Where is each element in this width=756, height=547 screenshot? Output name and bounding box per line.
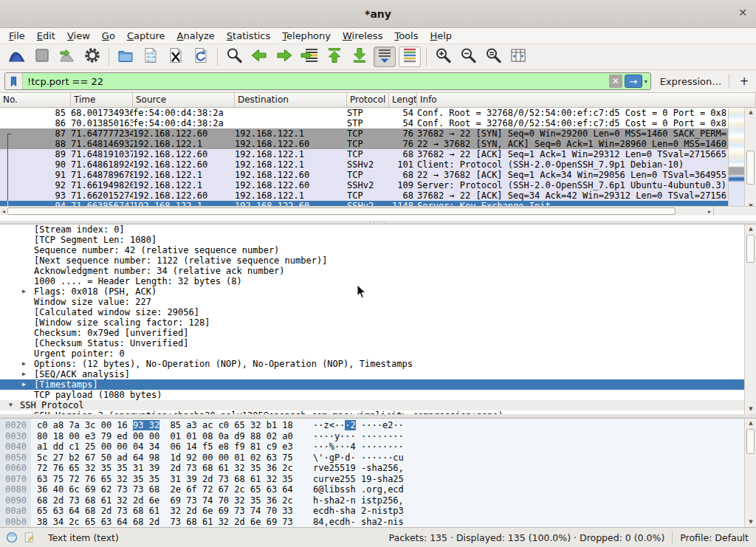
scroll-up-icon[interactable]: ▲ bbox=[745, 419, 756, 428]
scroll-left-icon[interactable]: ◂ bbox=[0, 207, 7, 216]
filter-clear-icon[interactable]: ✕ bbox=[609, 75, 622, 88]
hex-row-0090[interactable]: 009068 2d 73 68 61 32 2d 6e 69 73 74 70 … bbox=[0, 495, 756, 506]
hex-row-0040[interactable]: 0040a1 dd c1 25 00 00 04 34 06 14 f5 e8 … bbox=[0, 441, 756, 453]
detail-line[interactable]: 1000 .... = Header Length: 32 bytes (8) bbox=[0, 276, 744, 286]
hex-row-0070[interactable]: 007063 75 72 76 65 32 35 35 31 39 2d 73 … bbox=[0, 474, 756, 485]
packet-row-93[interactable]: 9371.662015274192.168.122.60192.168.122.… bbox=[0, 190, 728, 201]
detail-line[interactable]: [TCP Segment Len: 1080] bbox=[0, 235, 744, 245]
go-to-packet-button[interactable] bbox=[298, 47, 320, 67]
column-header-time[interactable]: Time bbox=[71, 93, 133, 108]
intelligent-scrollbar-minimap[interactable] bbox=[728, 108, 744, 211]
add-filter-button[interactable]: + bbox=[737, 75, 752, 88]
collapsed-arrow-icon[interactable]: ▶ bbox=[22, 359, 26, 369]
packet-row-91[interactable]: 9171.648789678192.168.122.1192.168.122.6… bbox=[0, 170, 728, 180]
menu-item-go[interactable]: Go bbox=[96, 29, 121, 43]
filter-history-caret-icon[interactable]: ▾ bbox=[645, 78, 647, 85]
detail-line[interactable]: Acknowledgment number: 34 (relative ack … bbox=[0, 266, 744, 276]
scroll-down-icon[interactable]: ▼ bbox=[745, 405, 756, 414]
zoom-out-button[interactable] bbox=[457, 47, 479, 67]
packet-row-92[interactable]: 9271.661949820192.168.122.1192.168.122.6… bbox=[0, 180, 728, 190]
capture-comment-icon[interactable] bbox=[24, 531, 35, 543]
scroll-up-icon[interactable]: ▲ bbox=[745, 224, 756, 234]
detail-line[interactable]: Checksum: 0x79ed [unverified] bbox=[0, 328, 744, 338]
find-packet-button[interactable] bbox=[223, 47, 245, 67]
filter-bookmark-button[interactable] bbox=[5, 73, 23, 89]
start-capture-button[interactable] bbox=[6, 47, 28, 67]
colorize-button[interactable] bbox=[399, 47, 421, 67]
collapsed-arrow-icon[interactable]: ▶ bbox=[22, 286, 26, 297]
detail-line[interactable]: [Stream index: 0] bbox=[0, 224, 744, 235]
menu-item-analyze[interactable]: Analyze bbox=[171, 29, 221, 43]
column-header-source[interactable]: Source bbox=[133, 93, 235, 108]
details-scroll-thumb[interactable] bbox=[746, 235, 755, 263]
go-last-button[interactable] bbox=[348, 47, 371, 67]
open-file-button[interactable] bbox=[114, 47, 137, 67]
detail-line[interactable]: ▶Options: (12 bytes), No-Operation (NOP)… bbox=[0, 359, 744, 369]
packet-row-86[interactable]: 8670.013850163fe:54:00:d4:38:2aSTP54Conf… bbox=[0, 118, 728, 128]
packet-row-88[interactable]: 8871.648146932192.168.122.1192.168.122.6… bbox=[0, 139, 728, 149]
menu-item-edit[interactable]: Edit bbox=[31, 29, 61, 43]
close-window-icon[interactable]: ✕ bbox=[738, 7, 747, 18]
scroll-down-icon[interactable]: ▼ bbox=[745, 517, 756, 527]
detail-line[interactable]: [Checksum Status: Unverified] bbox=[0, 338, 744, 348]
scroll-up-icon[interactable]: ▲ bbox=[745, 108, 756, 117]
menu-item-help[interactable]: Help bbox=[424, 29, 458, 43]
display-filter-field[interactable]: ✕ → ▾ bbox=[4, 72, 651, 90]
packet-list-vertical-scrollbar[interactable]: ▲ ▼ bbox=[744, 108, 756, 211]
packet-row-87[interactable]: 8771.647777234192.168.122.60192.168.122.… bbox=[0, 128, 728, 139]
hex-row-0080[interactable]: 008036 40 6c 69 62 73 73 68 2e 6f 72 67 … bbox=[0, 484, 756, 495]
packet-list-scroll-thumb[interactable] bbox=[746, 151, 755, 185]
capture-options-button[interactable] bbox=[81, 47, 103, 67]
menu-item-wireless[interactable]: Wireless bbox=[337, 29, 388, 43]
detail-line[interactable]: Sequence number: 42 (relative sequence n… bbox=[0, 245, 744, 255]
menu-item-view[interactable]: View bbox=[61, 29, 96, 43]
column-header-length[interactable]: Length bbox=[389, 93, 417, 108]
packet-row-90[interactable]: 9071.648618924192.168.122.60192.168.122.… bbox=[0, 159, 728, 170]
reload-file-button[interactable] bbox=[190, 47, 212, 67]
go-first-button[interactable] bbox=[323, 47, 346, 67]
zoom-reset-button[interactable] bbox=[482, 47, 504, 67]
detail-line[interactable]: ▶[Timestamps] bbox=[0, 379, 744, 390]
zoom-in-button[interactable] bbox=[432, 47, 454, 67]
hex-row-00b0[interactable]: 00b038 34 2c 65 63 64 68 2d 73 68 61 32 … bbox=[0, 517, 756, 528]
bytes-scroll-thumb[interactable] bbox=[746, 429, 755, 454]
menu-item-file[interactable]: File bbox=[3, 29, 31, 43]
go-forward-button[interactable] bbox=[273, 47, 295, 67]
save-file-button[interactable]: 010101100111 bbox=[140, 47, 162, 67]
detail-line[interactable]: [Calculated window size: 29056] bbox=[0, 307, 744, 317]
hex-row-0060[interactable]: 006072 76 65 32 35 35 31 39 2d 73 68 61 … bbox=[0, 463, 756, 474]
hex-row-0030[interactable]: 003080 18 00 e3 79 ed 00 00 01 01 08 0a … bbox=[0, 431, 756, 442]
detail-line[interactable]: ▶Flags: 0x018 (PSH, ACK) bbox=[0, 286, 744, 297]
packet-row-85[interactable]: 8568.001734936fe:54:00:d4:38:2aSTP54Conf… bbox=[0, 108, 728, 118]
detail-line[interactable]: Urgent pointer: 0 bbox=[0, 348, 744, 359]
column-header-destination[interactable]: Destination bbox=[235, 93, 347, 108]
horizontal-scroll-thumb[interactable] bbox=[7, 207, 676, 215]
expression-button[interactable]: Expression… bbox=[660, 76, 722, 87]
bytes-vertical-scrollbar[interactable]: ▲ ▼ bbox=[744, 419, 756, 527]
resize-columns-button[interactable] bbox=[507, 47, 529, 67]
collapsed-arrow-icon[interactable]: ▶ bbox=[22, 379, 26, 390]
detail-line[interactable]: ▶[SEQ/ACK analysis] bbox=[0, 369, 744, 379]
detail-line[interactable]: TCP payload (1080 bytes) bbox=[0, 390, 744, 400]
column-header-protocol[interactable]: Protocol bbox=[347, 93, 389, 108]
hex-row-0020[interactable]: 0020c0 a8 7a 3c 00 16 93 32 85 a3 ac c0 … bbox=[0, 420, 756, 431]
stop-capture-button[interactable] bbox=[31, 47, 53, 67]
details-vertical-scrollbar[interactable]: ▲ ▼ bbox=[744, 224, 756, 414]
packet-list-horizontal-scrollbar[interactable]: ◂ ▸ bbox=[0, 206, 713, 216]
display-filter-input[interactable] bbox=[23, 76, 609, 87]
menu-item-statistics[interactable]: Statistics bbox=[221, 29, 276, 43]
auto-scroll-button[interactable] bbox=[374, 47, 396, 67]
detail-line[interactable]: [Window size scaling factor: 128] bbox=[0, 317, 744, 328]
close-file-button[interactable] bbox=[165, 47, 187, 67]
menu-item-telephony[interactable]: Telephony bbox=[276, 29, 337, 43]
detail-line[interactable]: Window size value: 227 bbox=[0, 297, 744, 307]
packet-row-89[interactable]: 8971.648191037192.168.122.60192.168.122.… bbox=[0, 149, 728, 159]
filter-apply-icon[interactable]: → bbox=[625, 75, 642, 88]
expert-info-icon[interactable] bbox=[6, 531, 18, 543]
menu-item-tools[interactable]: Tools bbox=[388, 29, 424, 43]
status-profile[interactable]: Profile: Default bbox=[680, 532, 749, 543]
restart-capture-button[interactable] bbox=[56, 47, 78, 67]
go-back-button[interactable] bbox=[248, 47, 270, 67]
detail-line[interactable]: [Next sequence number: 1122 (relative se… bbox=[0, 255, 744, 266]
detail-line[interactable]: ▼SSH Protocol bbox=[0, 400, 744, 410]
